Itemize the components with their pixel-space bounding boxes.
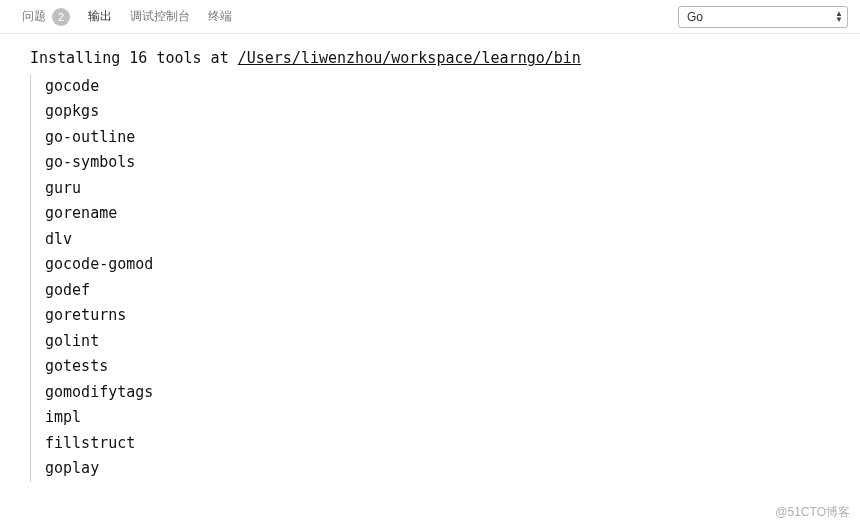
tab-debug-console[interactable]: 调试控制台 bbox=[130, 8, 190, 25]
tab-problems-label: 问题 bbox=[22, 8, 46, 25]
tool-item: gomodifytags bbox=[45, 380, 854, 406]
tab-terminal[interactable]: 终端 bbox=[208, 8, 232, 25]
tool-item: go-symbols bbox=[45, 150, 854, 176]
tool-item: goplay bbox=[45, 456, 854, 482]
install-line: Installing 16 tools at /Users/liwenzhou/… bbox=[30, 46, 854, 72]
select-arrows-icon: ▲▼ bbox=[835, 7, 843, 27]
panel-tabs: 问题 2 输出 调试控制台 终端 bbox=[22, 8, 232, 26]
tool-item: impl bbox=[45, 405, 854, 431]
tool-item: fillstruct bbox=[45, 431, 854, 457]
install-path: /Users/liwenzhou/workspace/learngo/bin bbox=[238, 49, 581, 67]
tool-item: godef bbox=[45, 278, 854, 304]
watermark: @51CTO博客 bbox=[775, 504, 850, 521]
tab-output[interactable]: 输出 bbox=[88, 8, 112, 25]
tool-item: gocode-gomod bbox=[45, 252, 854, 278]
install-prefix: Installing 16 tools at bbox=[30, 49, 238, 67]
output-channel-value: Go bbox=[687, 10, 703, 24]
tab-debug-label: 调试控制台 bbox=[130, 8, 190, 25]
tab-terminal-label: 终端 bbox=[208, 8, 232, 25]
tool-item: guru bbox=[45, 176, 854, 202]
tool-item: go-outline bbox=[45, 125, 854, 151]
tool-item: dlv bbox=[45, 227, 854, 253]
tab-output-label: 输出 bbox=[88, 8, 112, 25]
panel-header: 问题 2 输出 调试控制台 终端 Go ▲▼ bbox=[0, 0, 860, 34]
tool-item: golint bbox=[45, 329, 854, 355]
tool-item: gorename bbox=[45, 201, 854, 227]
tab-problems[interactable]: 问题 2 bbox=[22, 8, 70, 26]
tool-item: gopkgs bbox=[45, 99, 854, 125]
tool-item: goreturns bbox=[45, 303, 854, 329]
output-channel-select[interactable]: Go ▲▼ bbox=[678, 6, 848, 28]
tool-item: gotests bbox=[45, 354, 854, 380]
tool-item: gocode bbox=[45, 74, 854, 100]
tool-list: gocodegopkgsgo-outlinego-symbolsgurugore… bbox=[30, 74, 854, 482]
output-body: Installing 16 tools at /Users/liwenzhou/… bbox=[0, 34, 860, 488]
problems-badge: 2 bbox=[52, 8, 70, 26]
